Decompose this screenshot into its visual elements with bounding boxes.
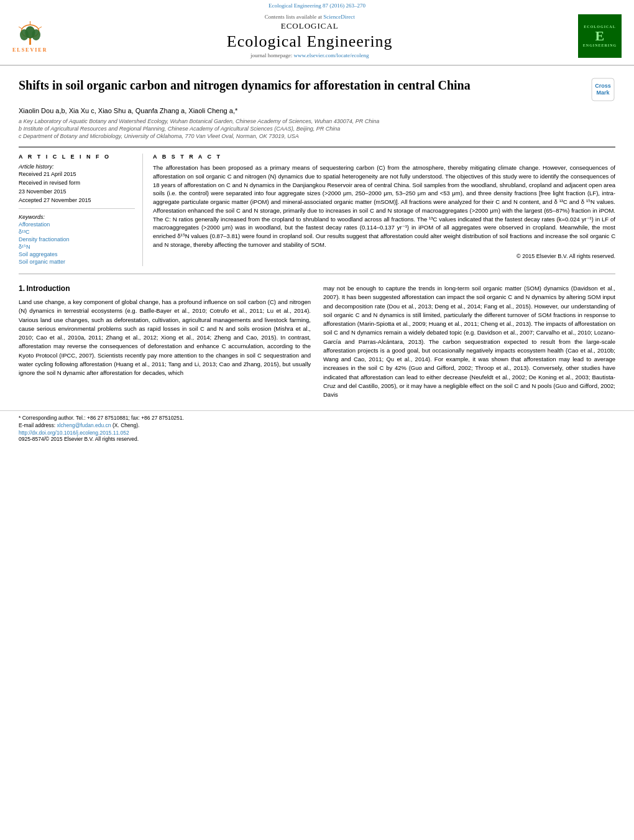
keyword-3: Density fractionation (19, 236, 135, 242)
article-title: Shifts in soil organic carbon and nitrog… (19, 77, 581, 93)
email-line: E-mail address: xlcheng@fudan.edu.cn (X.… (19, 422, 615, 428)
keyword-1: Afforestation (19, 221, 135, 228)
footer-area: * Corresponding author. Tel.: +86 27 875… (0, 410, 634, 447)
copyright-line: © 2015 Elsevier B.V. All rights reserved… (153, 253, 615, 259)
elsevier-logo: ELSEVIER (12, 20, 47, 53)
history-label: Article history: (19, 164, 135, 170)
accepted-date: Accepted 27 November 2015 (19, 197, 135, 203)
section-divider (19, 274, 615, 274)
doi-link[interactable]: http://dx.doi.org/10.1016/j.ecoleng.2015… (19, 430, 615, 436)
homepage-line: journal homepage: www.elsevier.com/locat… (47, 52, 572, 58)
authors-line: Xiaolin Dou a,b, Xia Xu c, Xiao Shu a, Q… (19, 107, 615, 114)
svg-text:Mark: Mark (596, 90, 610, 96)
keyword-4: δ¹⁵N (19, 244, 135, 250)
elsevier-wordmark: ELSEVIER (12, 47, 47, 53)
svg-text:Cross: Cross (595, 83, 611, 89)
intro-heading-title: Introduction (27, 284, 70, 293)
info-divider (19, 208, 135, 209)
revised-date: 23 November 2015 (19, 188, 135, 195)
affiliation-c: c Department of Botany and Microbiology,… (19, 133, 615, 139)
journal-ref: Ecological Engineering 87 (2016) 263–270 (0, 0, 634, 10)
affiliation-b: b Institute of Agricultural Resources an… (19, 126, 615, 132)
journal-full-title: Ecological Engineering (47, 32, 572, 51)
received-date: Received 21 April 2015 (19, 171, 135, 177)
keyword-5: Soil aggregates (19, 251, 135, 257)
journal-logo-box-container: ECOLOGICAL E ENGINEERING (572, 14, 622, 58)
affiliation-a: a Key Laboratory of Aquatic Botany and W… (19, 118, 615, 124)
corresponding-note: * Corresponding author. Tel.: +86 27 875… (19, 415, 615, 421)
abstract-title: A B S T R A C T (153, 154, 615, 160)
revised-label: Received in revised form (19, 180, 135, 186)
intro-heading-number: 1. (19, 284, 25, 293)
contents-text: Contents lists available at ScienceDirec… (47, 14, 572, 20)
keywords-label: Keywords: (19, 214, 135, 220)
crossmark-badge[interactable]: Cross Mark (590, 77, 615, 102)
keyword-6: Soil organic matter (19, 259, 135, 265)
keyword-2: δ¹³C (19, 229, 135, 235)
article-info-title: A R T I C L E I N F O (19, 154, 135, 160)
intro-paragraph-2: may not be enough to capture the trends … (323, 284, 615, 399)
intro-paragraph-1: Land use change, a key component of glob… (19, 298, 311, 377)
svg-point-8 (25, 26, 35, 39)
journal-title: ECOLOGICAL (47, 21, 572, 31)
journal-logo-box: ECOLOGICAL E ENGINEERING (578, 14, 622, 58)
abstract-text: The afforestation has been proposed as a… (153, 164, 615, 249)
issn-line: 0925-8574/© 2015 Elsevier B.V. All right… (19, 436, 615, 442)
